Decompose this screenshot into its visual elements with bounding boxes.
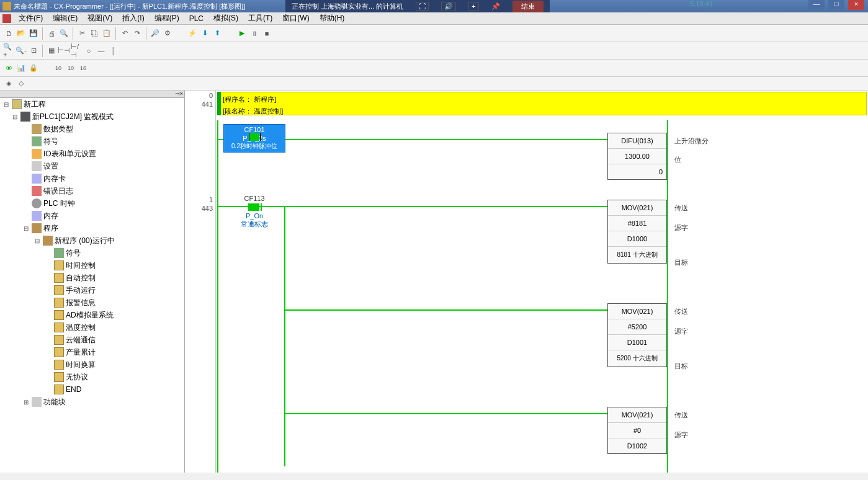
close-button[interactable]: × — [848, 0, 864, 10]
tb-find-icon[interactable]: 🔎 — [149, 27, 161, 40]
project-tree[interactable]: ⊣× ⊟新工程 ⊟新PLC1[CJ2M] 监视模式 数据类型 符号 IO表和单元… — [0, 91, 185, 473]
menu-edit[interactable]: 编辑(E) — [48, 12, 83, 25]
tb-replace-icon[interactable]: ⚙ — [161, 27, 174, 40]
menu-tools[interactable]: 工具(T) — [243, 12, 277, 25]
tb-contact-no-icon[interactable]: ⊢⊣ — [58, 45, 70, 57]
tree-sec-end-label: END — [66, 385, 81, 394]
rung1-contact[interactable]: CF113 P_On 常通标志 — [223, 195, 285, 229]
tb-line-h-icon[interactable]: — — [95, 45, 107, 57]
maximize-button[interactable]: □ — [828, 0, 844, 10]
remote-pin-icon[interactable]: 📌 — [491, 2, 500, 11]
rung0-instr[interactable]: DIFU(013) 1300.00 0 — [607, 133, 667, 180]
tree-sec-ad[interactable]: AD模拟量系统 — [0, 309, 184, 321]
rung1-instr-3[interactable]: MOV(021) #0 D1002 — [607, 407, 667, 454]
tb-upload-icon[interactable]: ⬆ — [211, 27, 223, 40]
tree-sec-noproto-label: 无协议 — [66, 372, 88, 383]
tb-zoom-fit-icon[interactable]: ⊡ — [27, 45, 40, 57]
tb-run-icon[interactable]: ▶ — [236, 27, 248, 40]
tb-print-icon[interactable]: 🖨 — [45, 27, 58, 40]
tree-sec-cloud[interactable]: 云端通信 — [0, 334, 184, 346]
tb-misc2-icon[interactable]: ◇ — [15, 78, 27, 90]
tree-sec-symbols[interactable]: 符号 — [0, 247, 184, 259]
tb-undo-icon[interactable]: ↶ — [119, 27, 131, 40]
tree-sec-time[interactable]: 时间控制 — [0, 259, 184, 272]
menu-plc[interactable]: PLC — [184, 13, 208, 24]
menu-simulate[interactable]: 模拟(S) — [208, 12, 243, 25]
tree-settings[interactable]: 设置 — [0, 160, 184, 172]
remote-plus-icon[interactable]: + — [468, 2, 478, 11]
menu-help[interactable]: 帮助(H) — [315, 12, 350, 25]
remote-expand-icon[interactable]: ⛶ — [416, 2, 429, 11]
tree-programs-label: 程序 — [43, 223, 58, 234]
tree-sec-auto[interactable]: 自动控制 — [0, 272, 184, 284]
tree-sec-manual[interactable]: 手动运行 — [0, 284, 184, 296]
tb-redo-icon[interactable]: ↷ — [131, 27, 143, 40]
tb-paste-icon[interactable]: 📋 — [101, 27, 113, 40]
tb-monitor-icon[interactable]: 👁 — [2, 62, 15, 74]
tree-datatypes[interactable]: 数据类型 — [0, 123, 184, 135]
tree-programs[interactable]: ⊟程序 — [0, 222, 184, 234]
tree-sec-timeconv[interactable]: 时间换算 — [0, 358, 184, 371]
rung1-instr-2[interactable]: MOV(021) #5200 D1001 5200 十六进制 — [607, 303, 667, 367]
minimize-button[interactable]: — — [808, 0, 825, 10]
tb-save-icon[interactable]: 💾 — [27, 27, 40, 40]
tb-line-v-icon[interactable]: │ — [107, 45, 120, 57]
tree-errorlog-label: 错误日志 — [43, 186, 73, 197]
remote-audio-icon[interactable]: 🔊 — [441, 2, 456, 11]
tb-10b-icon[interactable]: 10 — [65, 62, 77, 74]
tree-sec-count[interactable]: 产量累计 — [0, 346, 184, 358]
tree-project[interactable]: ⊟新工程 — [0, 98, 184, 110]
tree-plc[interactable]: ⊟新PLC1[CJ2M] 监视模式 — [0, 110, 184, 123]
tree-memcard-label: 内存卡 — [43, 174, 66, 184]
tb-preview-icon[interactable]: 🔍 — [58, 27, 70, 40]
tb-misc-icon[interactable]: ◈ — [2, 78, 15, 90]
rung0-contact[interactable]: CF101 P_0_2s 0.2秒时钟脉冲位 — [223, 124, 285, 153]
menu-insert[interactable]: 插入(I) — [117, 12, 149, 25]
tb-watch-icon[interactable]: 📊 — [15, 62, 27, 74]
tree-memory[interactable]: 内存 — [0, 210, 184, 222]
tree-memcard[interactable]: 内存卡 — [0, 172, 184, 185]
tree-funcblocks[interactable]: ⊞功能块 — [0, 396, 184, 408]
tree-close-icon[interactable]: ⊣× — [0, 91, 184, 98]
tree-symbols[interactable]: 符号 — [0, 135, 184, 148]
tree-errorlog[interactable]: 错误日志 — [0, 185, 184, 197]
ladder-editor[interactable]: 0 441 1 443 [程序名： 新程序] [段名称： 温度控制] CF101… — [185, 91, 868, 473]
tb-pause-icon[interactable]: ⏸ — [248, 27, 261, 40]
tree-sec-noproto[interactable]: 无协议 — [0, 371, 184, 383]
tree-sec-end[interactable]: END — [0, 383, 184, 396]
tree-sec-temp[interactable]: 温度控制 — [0, 321, 184, 334]
tb-10-icon[interactable]: 10 — [52, 62, 65, 74]
tree-newprog[interactable]: ⊟新程序 (00)运行中 — [0, 234, 184, 247]
tb-16-icon[interactable]: 16 — [77, 62, 89, 74]
rung1-b2-cmt3: 目标 — [674, 362, 724, 371]
separator — [115, 27, 116, 40]
menu-view[interactable]: 视图(V) — [83, 12, 117, 25]
tb-grid-icon[interactable]: ▦ — [45, 45, 58, 57]
left-rail — [217, 120, 218, 195]
menu-window[interactable]: 窗口(W) — [277, 12, 314, 25]
remote-end-button[interactable]: 结束 — [512, 1, 544, 12]
tb-contact-nc-icon[interactable]: ⊢/⊣ — [70, 45, 83, 57]
tb-zoom-in-icon[interactable]: 🔍+ — [2, 45, 15, 57]
tree-plcclock[interactable]: PLC 时钟 — [0, 197, 184, 210]
tb-zoom-out-icon[interactable]: 🔍- — [15, 45, 27, 57]
rung1-instr-1[interactable]: MOV(021) #8181 D1000 8181 十六进制 — [607, 200, 667, 264]
tb-open-icon[interactable]: 📂 — [15, 27, 27, 40]
tb-download-icon[interactable]: ⬇ — [199, 27, 211, 40]
rung-0[interactable]: CF101 P_0_2s 0.2秒时钟脉冲位 DIFU(013) 1300.00… — [217, 120, 867, 195]
rung1-b1-val: 8181 十六进制 — [608, 247, 666, 263]
rung-1[interactable]: CF113 P_On 常通标志 MOV(021) #8181 D1000 818… — [217, 195, 867, 473]
tb-copy-icon[interactable]: ⿻ — [88, 27, 101, 40]
tb-online-icon[interactable]: ⚡ — [186, 27, 199, 40]
tree-sec-alarm[interactable]: 报警信息 — [0, 296, 184, 309]
rung-0-num: 0 — [209, 92, 213, 99]
tree-io[interactable]: IO表和单元设置 — [0, 148, 184, 160]
tb-coil-icon[interactable]: ○ — [83, 45, 95, 57]
tb-new-icon[interactable]: 🗋 — [2, 27, 15, 40]
menu-file[interactable]: 文件(F) — [14, 12, 48, 25]
header-marker — [217, 92, 221, 115]
tb-force-icon[interactable]: 🔒 — [27, 62, 40, 74]
tb-cut-icon[interactable]: ✂ — [76, 27, 88, 40]
menu-program[interactable]: 编程(P) — [150, 12, 184, 25]
tb-stop-icon[interactable]: ■ — [261, 27, 273, 40]
